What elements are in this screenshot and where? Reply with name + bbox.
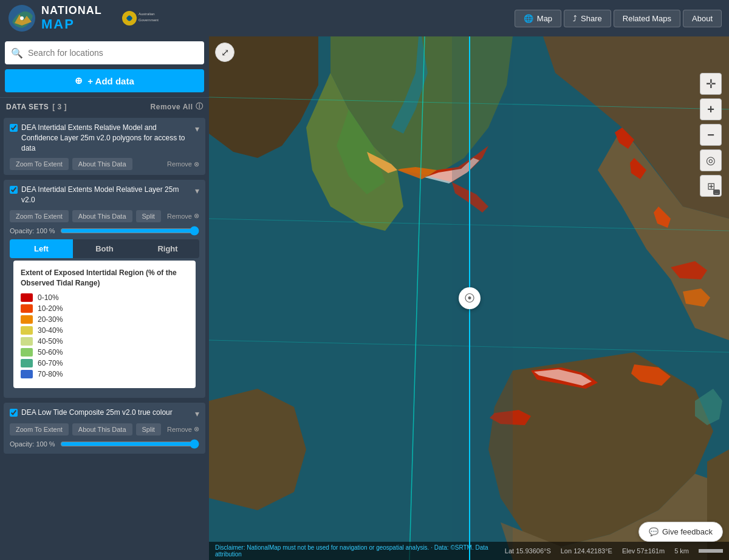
remove-icon-3: ⊗	[194, 425, 199, 433]
info-icon: ⓘ	[196, 101, 204, 112]
related-maps-button[interactable]: Related Maps	[614, 10, 680, 27]
remove-btn-1[interactable]: Remove ⊗	[167, 160, 199, 168]
layers-badge: …	[713, 190, 720, 195]
share-button[interactable]: ⤴ Share	[564, 10, 611, 27]
opacity-slider-3[interactable]	[60, 439, 199, 449]
globe-icon: 🌐	[524, 14, 533, 23]
gov-logo: Australian Government	[114, 6, 163, 30]
zoom-to-extent-btn-2[interactable]: Zoom To Extent	[10, 210, 69, 222]
dataset-checkbox-3[interactable]	[10, 409, 18, 417]
locate-button[interactable]: ◎	[700, 149, 722, 171]
sidebar: 🔍 ⊕ + Add data DATA SETS [ 3 ] Remove Al…	[0, 36, 209, 560]
app-header: NATIONAL MAP Australian Government 🌐 Map…	[0, 0, 729, 36]
zoom-out-button[interactable]: −	[700, 124, 722, 146]
dataset-title-row-1: DEA Intertidal Extents Relative Model an…	[10, 123, 199, 153]
legend-swatch-3	[21, 326, 33, 335]
dataset-actions-2: Zoom To Extent About This Data Split Rem…	[10, 210, 199, 222]
about-this-data-btn-2[interactable]: About This Data	[72, 210, 132, 222]
zoom-to-extent-btn-3[interactable]: Zoom To Extent	[10, 423, 69, 435]
search-icon: 🔍	[11, 47, 23, 59]
opacity-row-3: Opacity: 100 %	[10, 439, 199, 449]
legend-item-6: 60-70%	[21, 359, 188, 367]
map-right-controls: ✛ + − ◎ ⊞ …	[700, 73, 722, 197]
remove-icon-1: ⊗	[194, 160, 199, 168]
dataset-title-3: DEA Low Tide Composite 25m v2.0 true col…	[21, 408, 191, 418]
split-both-button[interactable]: Both	[73, 239, 136, 258]
logo-text: NATIONAL MAP	[41, 5, 102, 32]
legend-label-4: 40-50%	[38, 337, 63, 346]
svg-point-2	[20, 16, 24, 20]
logo-map: MAP	[41, 17, 102, 32]
dataset-expand-icon-3[interactable]: ▾	[195, 409, 199, 418]
dataset-checkbox-1[interactable]	[10, 124, 18, 132]
split-left-button[interactable]: Left	[10, 239, 73, 258]
opacity-slider-2[interactable]	[60, 226, 199, 236]
legend-swatch-2	[21, 315, 33, 324]
dataset-item-2: DEA Intertidal Extents Model Relative La…	[4, 180, 205, 397]
legend-label-2: 20-30%	[38, 315, 63, 324]
expand-button-area: ⤢	[215, 43, 234, 62]
split-handle[interactable]: ⦿	[459, 287, 481, 309]
zoom-to-extent-btn-1[interactable]: Zoom To Extent	[10, 158, 69, 170]
remove-icon-2: ⊗	[194, 212, 199, 220]
dataset-title-row-2: DEA Intertidal Extents Model Relative La…	[10, 185, 199, 205]
scale-display: 5 km	[674, 547, 689, 555]
dataset-item-3: DEA Low Tide Composite 25m v2.0 true col…	[4, 403, 205, 454]
legend-swatch-4	[21, 337, 33, 346]
split-btn-2[interactable]: Split	[136, 210, 161, 222]
remove-btn-2[interactable]: Remove ⊗	[167, 212, 199, 220]
about-button[interactable]: About	[683, 10, 722, 27]
legend-item-0: 0-10%	[21, 293, 188, 302]
legend-label-7: 70-80%	[38, 370, 63, 378]
dataset-title-row-3: DEA Low Tide Composite 25m v2.0 true col…	[10, 408, 199, 418]
logo-national: NATIONAL	[41, 5, 102, 17]
legend-item-2: 20-30%	[21, 315, 188, 324]
compass-control[interactable]: ✛	[700, 73, 722, 95]
expand-button[interactable]: ⤢	[215, 43, 234, 62]
split-line[interactable]: ⦿	[469, 36, 470, 560]
opacity-label-2: Opacity: 100 %	[10, 227, 55, 234]
dataset-expand-icon-1[interactable]: ▾	[195, 124, 199, 134]
dataset-expand-icon-2[interactable]: ▾	[195, 186, 199, 196]
about-this-data-btn-1[interactable]: About This Data	[72, 158, 132, 170]
legend-item-5: 50-60%	[21, 348, 188, 357]
legend-swatch-0	[21, 293, 33, 302]
legend-item-4: 40-50%	[21, 337, 188, 346]
svg-text:Government: Government	[139, 18, 159, 22]
opacity-row-2: Opacity: 100 %	[10, 226, 199, 236]
logo: NATIONAL MAP Australian Government	[7, 4, 163, 33]
layers-button[interactable]: ⊞ …	[700, 175, 722, 197]
remove-btn-3[interactable]: Remove ⊗	[167, 425, 199, 433]
split-toggle: Left Both Right	[10, 239, 199, 258]
legend-label-5: 50-60%	[38, 348, 63, 357]
dataset-actions-1: Zoom To Extent About This Data Remove ⊗	[10, 158, 199, 170]
national-map-logo-icon	[7, 4, 36, 33]
split-btn-3[interactable]: Split	[136, 423, 161, 435]
main-layout: 🔍 ⊕ + Add data DATA SETS [ 3 ] Remove Al…	[0, 36, 729, 560]
legend-title: Extent of Exposed Intertidal Region (% o…	[21, 268, 188, 289]
remove-all-button[interactable]: Remove All ⓘ	[151, 101, 203, 112]
search-input[interactable]	[28, 48, 198, 58]
datasets-count: [ 3 ]	[52, 103, 67, 111]
dataset-checkbox-2[interactable]	[10, 186, 18, 194]
header-nav: 🌐 Map ⤴ Share Related Maps About	[515, 10, 722, 27]
split-right-button[interactable]: Right	[136, 239, 199, 258]
legend-label-6: 60-70%	[38, 359, 63, 367]
zoom-in-button[interactable]: +	[700, 98, 722, 120]
elev-display: Elev 57±161m	[622, 547, 665, 555]
about-this-data-btn-3[interactable]: About This Data	[72, 423, 132, 435]
add-data-button[interactable]: ⊕ + Add data	[5, 69, 204, 92]
search-bar[interactable]: 🔍	[5, 41, 204, 64]
dataset-actions-3: Zoom To Extent About This Data Split Rem…	[10, 423, 199, 435]
svg-text:Australian: Australian	[139, 12, 155, 16]
map-container[interactable]: ⦿ ⤢ ✛ + − ◎ ⊞ … 💬 Give feedback Disclaim…	[209, 36, 729, 560]
opacity-label-3: Opacity: 100 %	[10, 440, 55, 448]
legend-swatch-6	[21, 359, 33, 367]
legend-item-1: 10-20%	[21, 304, 188, 313]
map-button[interactable]: 🌐 Map	[515, 10, 561, 27]
dataset-item-1: DEA Intertidal Extents Relative Model an…	[4, 118, 205, 175]
feedback-button[interactable]: 💬 Give feedback	[638, 522, 723, 542]
legend-box: Extent of Exposed Intertidal Region (% o…	[13, 261, 196, 388]
dataset-title-1: DEA Intertidal Extents Relative Model an…	[21, 123, 191, 153]
datasets-header: DATA SETS [ 3 ] Remove All ⓘ	[0, 97, 209, 115]
